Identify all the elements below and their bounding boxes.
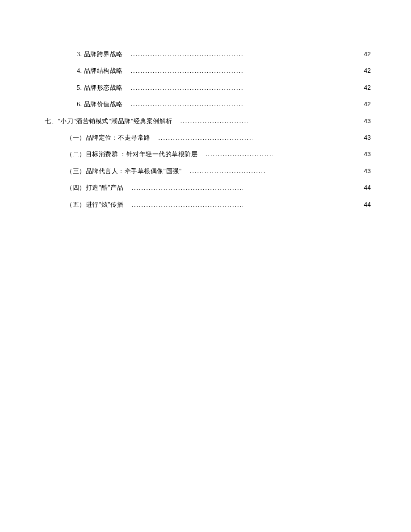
toc-entry: （一）品牌定位：不走寻常路...........................… <box>45 133 371 143</box>
toc-entry-page: 44 <box>357 200 371 209</box>
toc-entry-label: 5. 品牌形态战略 <box>77 83 123 93</box>
toc-entry: （四）打造"酷"产品..............................… <box>45 183 371 193</box>
toc-entry-page: 42 <box>357 66 371 75</box>
toc-leader-dots: ........................................… <box>131 100 243 109</box>
toc-leader-dots: ........................................… <box>131 66 243 76</box>
toc-entry: 4. 品牌结构战略...............................… <box>45 66 371 76</box>
toc-entry: 5. 品牌形态战略...............................… <box>45 83 371 93</box>
toc-entry-label: （二）目标消费群 ：针对年轻一代的草根阶层 <box>66 150 197 159</box>
toc-leader-dots: ........................................… <box>131 183 243 193</box>
toc-entry: 6. 品牌价值战略...............................… <box>45 99 371 109</box>
toc-entry: （五）进行"炫"传播..............................… <box>45 200 371 210</box>
toc-entry: 七、"小刀"酒营销模式"潮品牌"经典案例解析..................… <box>45 116 371 126</box>
toc-entry: （二）目标消费群 ：针对年轻一代的草根阶层...................… <box>45 149 371 159</box>
toc-entry-label: 4. 品牌结构战略 <box>77 66 123 76</box>
toc-entry-page: 43 <box>357 133 371 142</box>
toc-entry-label: 七、"小刀"酒营销模式"潮品牌"经典案例解析 <box>45 116 172 126</box>
toc-entry-label: 3. 品牌跨界战略 <box>77 50 123 59</box>
toc-entry-label: （五）进行"炫"传播 <box>66 200 123 210</box>
toc-leader-dots: ........................................… <box>131 50 243 59</box>
toc-entry-page: 43 <box>357 166 371 176</box>
toc-leader-dots: ........................................… <box>206 150 273 159</box>
toc-leader-dots: ........................................… <box>180 116 247 126</box>
toc-entry-page: 42 <box>357 99 371 109</box>
toc-entry-label: （四）打造"酷"产品 <box>66 183 123 193</box>
toc-leader-dots: ........................................… <box>190 166 266 176</box>
toc-entry-page: 43 <box>357 116 371 126</box>
toc-leader-dots: ........................................… <box>159 133 252 143</box>
toc-entry: （三）品牌代言人：牵手草根偶像"国强".....................… <box>45 166 371 176</box>
toc-entry: 3. 品牌跨界战略...............................… <box>45 49 371 59</box>
toc-container: 3. 品牌跨界战略...............................… <box>45 49 371 210</box>
toc-entry-page: 43 <box>357 149 371 159</box>
toc-entry-label: 6. 品牌价值战略 <box>77 100 123 109</box>
toc-entry-page: 42 <box>357 83 371 92</box>
toc-entry-page: 42 <box>357 49 371 59</box>
toc-entry-page: 44 <box>357 183 371 192</box>
toc-entry-label: （一）品牌定位：不走寻常路 <box>66 133 151 143</box>
toc-leader-dots: ........................................… <box>131 200 243 210</box>
toc-leader-dots: ........................................… <box>131 83 243 93</box>
toc-entry-label: （三）品牌代言人：牵手草根偶像"国强" <box>66 166 182 176</box>
